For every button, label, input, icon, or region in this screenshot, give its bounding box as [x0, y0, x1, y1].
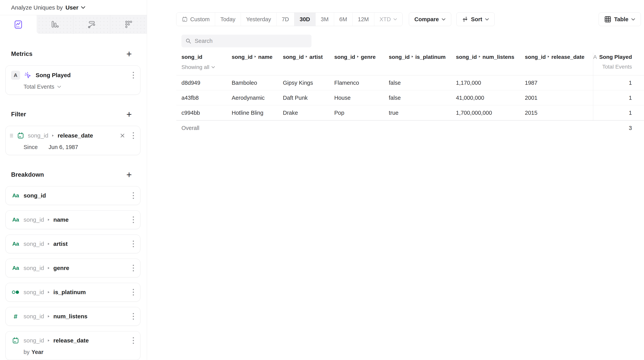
arrow-right-icon [48, 291, 50, 294]
arrow-right-icon [254, 55, 256, 58]
overall-value: 3 [593, 121, 644, 136]
metric-event-name[interactable]: Song Played [36, 72, 71, 79]
filter-operator[interactable]: Since [24, 144, 38, 150]
remove-filter-button[interactable] [119, 132, 126, 139]
arrow-right-icon [52, 134, 54, 137]
cell-release-date: 2015 [525, 110, 593, 116]
column-parent: song_id [456, 54, 477, 60]
drag-handle-icon[interactable] [10, 133, 14, 138]
add-metric-button[interactable]: + [126, 49, 132, 59]
search-input[interactable] [195, 35, 312, 47]
column-header[interactable]: song_id artist [283, 53, 334, 75]
date-range-label: Today [220, 16, 235, 23]
date-range-yesterday[interactable]: Yesterday [240, 13, 276, 26]
column-header[interactable]: song_id name [232, 53, 283, 75]
column-header[interactable]: song_id release_date [525, 53, 593, 75]
column-parent: song_id [334, 54, 355, 60]
column-label: is_platinum [415, 54, 446, 60]
kebab-menu-button[interactable] [132, 264, 135, 272]
date-range-today[interactable]: Today [215, 13, 240, 26]
date-range-7d[interactable]: 7D [276, 13, 294, 26]
breakdown-item[interactable]: Aa song_id artist [6, 235, 140, 253]
breakdown-item[interactable]: Aa song_id [6, 186, 140, 205]
flows-icon [87, 20, 96, 29]
chevron-down-icon [442, 18, 446, 21]
date-range-label: 30D [300, 16, 310, 23]
text-property-icon: Aa [11, 241, 20, 247]
table-row[interactable]: a43fb8 Aerodynamic Daft Punk House false… [176, 90, 644, 105]
table-row[interactable]: c994bb Hotline Bling Drake Pop true 1,70… [176, 105, 644, 120]
filter-card[interactable]: song_id release_date Since Jun 6, [6, 126, 140, 155]
column-header[interactable]: song_id is_platinum [389, 53, 456, 75]
breakdown-property-parent: song_id [24, 313, 44, 320]
metric-badge: A [11, 71, 20, 80]
chevron-down-icon [57, 86, 61, 88]
entity-dropdown[interactable]: User [66, 4, 86, 11]
date-range-12m[interactable]: 12M [352, 13, 374, 26]
arrow-right-icon [357, 55, 359, 58]
cell-release-date: 2001 [525, 95, 593, 101]
column-label: num_listens [482, 54, 514, 60]
metric-card[interactable]: A Song Played Total Events [6, 66, 140, 95]
text-property-icon: Aa [11, 217, 20, 223]
breakdown-item[interactable]: song_id is_platinum [6, 283, 140, 301]
breakdown-property-parent: song_id [24, 265, 44, 271]
arrow-right-icon [48, 218, 50, 221]
breakdown-item[interactable]: Aa song_id genre [6, 259, 140, 277]
metric-kebab-menu-button[interactable] [132, 71, 135, 80]
date-range-30d[interactable]: 30D [294, 13, 315, 26]
kebab-menu-button[interactable] [132, 336, 135, 345]
column-header[interactable]: song_id num_listens [456, 53, 525, 75]
date-range-label: 3M [321, 16, 328, 23]
view-type-button[interactable]: Table [599, 13, 641, 26]
date-range-6m[interactable]: 6M [334, 13, 352, 26]
kebab-menu-button[interactable] [132, 288, 135, 297]
add-filter-button[interactable]: + [126, 110, 132, 119]
arrow-right-icon [411, 55, 414, 58]
tab-retention[interactable] [110, 15, 147, 34]
overall-label: Overall [176, 125, 232, 131]
breakdown-item[interactable]: # song_id num_listens [6, 307, 140, 326]
cell-genre: Pop [334, 110, 389, 116]
table-row[interactable]: d8d949 Bamboleo Gipsy Kings Flamenco fal… [176, 75, 644, 90]
date-range-custom[interactable]: Custom [176, 13, 215, 26]
kebab-menu-button[interactable] [132, 215, 135, 224]
date-range-label: 12M [358, 16, 369, 23]
entity-label: User [66, 4, 78, 11]
kebab-menu-button[interactable] [132, 239, 135, 248]
column-header[interactable]: song_id genre [334, 53, 389, 75]
event-cursor-icon [24, 71, 32, 80]
breakdown-item[interactable]: Aa song_id name [6, 210, 140, 229]
breakdown-bucket[interactable]: byYear [24, 349, 135, 355]
compare-button[interactable]: Compare [409, 13, 452, 26]
sidebar: Analyze Uniques by User [0, 0, 147, 360]
cell-metric-value: 1 [593, 105, 644, 120]
compare-label: Compare [414, 16, 439, 23]
date-range-label: XTD [380, 16, 391, 23]
kebab-menu-button[interactable] [132, 191, 135, 200]
filter-value[interactable]: Jun 6, 1987 [49, 144, 78, 150]
aggregation-dropdown[interactable]: Total Events [24, 84, 61, 90]
kebab-menu-button[interactable] [132, 312, 135, 321]
arrow-right-icon [48, 339, 50, 342]
metric-column-header[interactable]: A Song Played Total Events [593, 53, 644, 75]
date-range-xtd[interactable]: XTD [374, 13, 402, 26]
cell-num-listens: 1,700,000,000 [456, 110, 525, 116]
tab-flows[interactable] [73, 15, 110, 34]
column-header[interactable]: song_id [182, 53, 232, 60]
tab-insights[interactable] [0, 15, 36, 34]
cell-is-platinum: false [389, 80, 456, 86]
query-builder: Metrics + A Song Played [0, 34, 147, 360]
showing-all-dropdown[interactable]: Showing all [182, 64, 232, 70]
filter-kebab-menu-button[interactable] [132, 131, 135, 140]
arrow-right-icon [48, 266, 50, 270]
add-breakdown-button[interactable]: + [126, 170, 132, 179]
date-property-icon [11, 337, 20, 344]
breakdown-item[interactable]: song_id release_date byYear [6, 331, 140, 360]
arrow-right-icon [48, 315, 50, 318]
search-icon [185, 38, 192, 44]
arrow-right-icon [48, 242, 50, 245]
sort-button[interactable]: Sort [456, 13, 495, 26]
tab-funnels[interactable] [36, 15, 73, 34]
date-range-3m[interactable]: 3M [316, 13, 334, 26]
